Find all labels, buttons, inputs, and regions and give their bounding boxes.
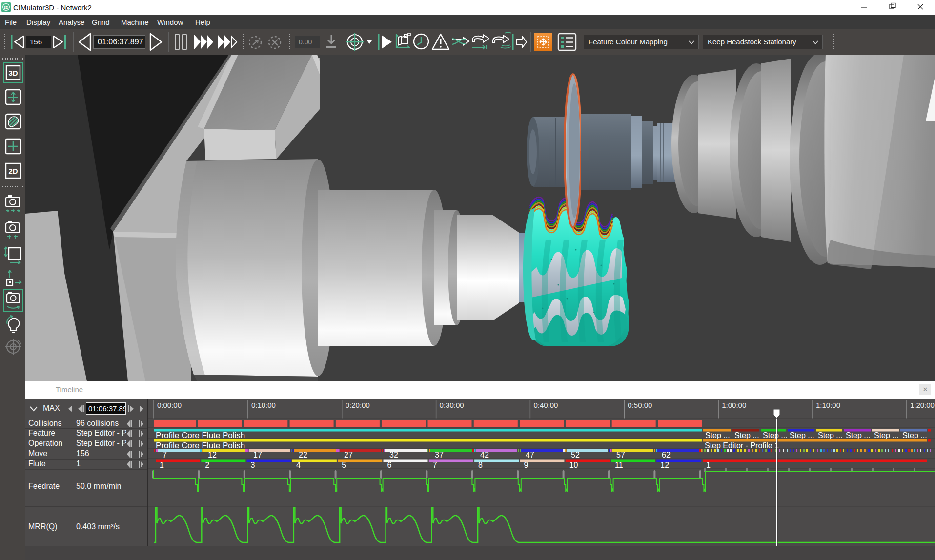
svg-text:0:30:00: 0:30:00 xyxy=(440,401,464,409)
svg-text:1: 1 xyxy=(160,461,164,469)
svg-text:10: 10 xyxy=(569,461,578,469)
svg-text:47: 47 xyxy=(526,451,534,459)
svg-text:0:20:00: 0:20:00 xyxy=(346,401,370,409)
svg-text:7: 7 xyxy=(433,461,437,469)
svg-text:7: 7 xyxy=(163,451,167,459)
svg-text:17: 17 xyxy=(253,451,262,459)
svg-text:5: 5 xyxy=(342,461,346,469)
svg-text:Step ...: Step ... xyxy=(734,431,759,440)
svg-text:57: 57 xyxy=(616,451,625,459)
svg-text:12: 12 xyxy=(660,461,669,469)
svg-text:Step ...: Step ... xyxy=(705,431,730,440)
svg-text:3D: 3D xyxy=(8,69,18,77)
svg-text:11: 11 xyxy=(615,461,623,469)
svg-text:0:40:00: 0:40:00 xyxy=(533,401,558,409)
svg-text:3: 3 xyxy=(251,461,255,469)
svg-text:27: 27 xyxy=(344,451,353,459)
svg-text:Step ...: Step ... xyxy=(846,431,871,440)
svg-text:Profile Core Flute Polish: Profile Core Flute Polish xyxy=(156,431,245,440)
svg-text:2: 2 xyxy=(205,461,209,469)
svg-text:Step ...: Step ... xyxy=(818,431,843,440)
svg-text:1:00:00: 1:00:00 xyxy=(722,401,746,409)
svg-text:1:20:00: 1:20:00 xyxy=(910,401,935,409)
svg-text:Profile Core Flute Polish: Profile Core Flute Polish xyxy=(156,441,245,450)
svg-text:0:50:00: 0:50:00 xyxy=(628,401,652,409)
svg-text:8: 8 xyxy=(478,461,483,469)
svg-text:4: 4 xyxy=(296,461,301,469)
svg-text:0:00:00: 0:00:00 xyxy=(157,401,182,409)
svg-text:6: 6 xyxy=(387,461,392,469)
svg-text:Step ...: Step ... xyxy=(763,431,788,440)
svg-text:32: 32 xyxy=(389,451,398,459)
svg-text:3D: 3D xyxy=(4,5,9,10)
svg-text:22: 22 xyxy=(299,451,307,459)
svg-text:Step ...: Step ... xyxy=(790,431,814,440)
svg-text:0:10:00: 0:10:00 xyxy=(251,401,276,409)
svg-text:9: 9 xyxy=(524,461,528,469)
svg-text:12: 12 xyxy=(208,451,217,459)
svg-text:Step ...: Step ... xyxy=(902,431,927,440)
svg-text:1: 1 xyxy=(706,461,711,469)
svg-text:Step ...: Step ... xyxy=(874,431,899,440)
svg-text:37: 37 xyxy=(435,451,444,459)
svg-text:42: 42 xyxy=(480,451,489,459)
svg-text:1:10:00: 1:10:00 xyxy=(816,401,840,409)
svg-text:2D: 2D xyxy=(8,167,18,175)
svg-text:Step Editor - Profile 1: Step Editor - Profile 1 xyxy=(705,441,779,450)
svg-text:52: 52 xyxy=(571,451,580,459)
svg-text:62: 62 xyxy=(662,451,671,459)
